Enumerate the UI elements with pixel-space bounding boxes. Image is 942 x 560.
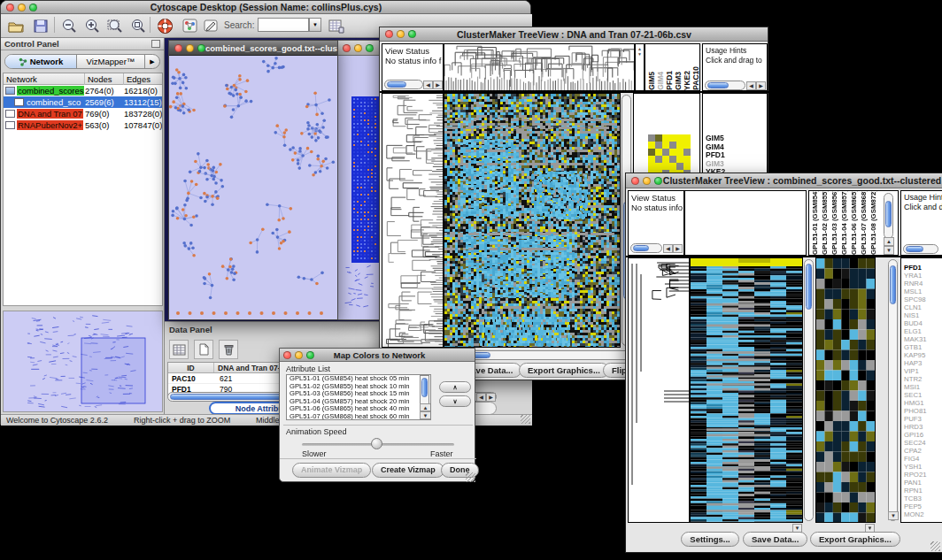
- gene-label[interactable]: GTB1: [904, 343, 942, 351]
- network-row[interactable]: RNAPuberNov2+563(0)107847(0): [4, 119, 162, 131]
- gene-label[interactable]: CLN1: [904, 303, 942, 311]
- zoom-window-icon[interactable]: [366, 44, 374, 52]
- zoom-fit-icon[interactable]: [128, 16, 148, 35]
- close-icon[interactable]: [6, 4, 14, 12]
- summary-cell[interactable]: [669, 142, 676, 149]
- treeview-button[interactable]: Export Graphics...: [519, 363, 609, 378]
- gene-label[interactable]: GPI16: [904, 431, 942, 439]
- network-row-name-cell[interactable]: RNAPuberNov2+: [4, 119, 85, 131]
- heatmap-column-label[interactable]: GPL51-03 (GSM856): [830, 191, 840, 255]
- treeview-dna-titlebar[interactable]: ClusterMaker TreeView : DNA and Tran 07-…: [380, 27, 768, 42]
- minimize-icon[interactable]: [397, 30, 405, 38]
- heatmap-column-label[interactable]: PAC10: [691, 44, 700, 90]
- zoom-selected-icon[interactable]: [105, 16, 125, 35]
- zoom-out-icon[interactable]: [59, 16, 79, 35]
- gene-label[interactable]: RPN1: [904, 487, 942, 495]
- scroll-right-icon[interactable]: ▶: [673, 244, 683, 253]
- summary-cell[interactable]: [648, 142, 655, 149]
- combined-summary-heatmap[interactable]: [815, 257, 876, 523]
- gene-label[interactable]: BUD4: [904, 319, 942, 327]
- gene-label[interactable]: NTR2: [904, 375, 942, 383]
- network-view-canvas-1[interactable]: [169, 56, 337, 319]
- gene-label[interactable]: PFD1: [904, 264, 942, 272]
- summary-cell[interactable]: [655, 156, 662, 163]
- gene-label[interactable]: TCB3: [904, 495, 942, 502]
- scroll-down-icon[interactable]: ▼: [884, 246, 894, 255]
- gene-label[interactable]: PEP5: [904, 502, 942, 510]
- scroll-left-icon[interactable]: ◀: [423, 81, 433, 89]
- heatmap-column-label[interactable]: GIM3: [674, 44, 683, 90]
- dna-heatmap[interactable]: [444, 93, 621, 348]
- scroll-up-icon[interactable]: ▲: [884, 237, 894, 246]
- header-nodes[interactable]: Nodes: [85, 73, 124, 85]
- tab-network[interactable]: Network: [5, 55, 77, 68]
- scroll-down-icon[interactable]: ▼: [420, 411, 431, 419]
- gene-label[interactable]: VIP1: [904, 367, 942, 375]
- minimize-icon[interactable]: [643, 177, 651, 185]
- gene-label[interactable]: PHO81: [904, 407, 942, 415]
- network-row[interactable]: combined_scores2764(0)16218(0): [4, 85, 162, 96]
- summary-cell[interactable]: [648, 134, 655, 142]
- summary-cell[interactable]: [655, 134, 662, 142]
- gene-label[interactable]: PUF3: [904, 415, 942, 423]
- scroll-left-icon[interactable]: ◀: [663, 244, 673, 253]
- animate-vizmap-button[interactable]: Animate Vizmap: [292, 463, 371, 478]
- summary-cell[interactable]: [676, 142, 683, 149]
- gene-label[interactable]: SEC1: [904, 391, 942, 399]
- gene-label[interactable]: RNR4: [904, 280, 942, 288]
- summary-cell[interactable]: [648, 156, 655, 163]
- summary-cell[interactable]: [676, 134, 683, 142]
- heatmap-column-label[interactable]: PFD1: [665, 44, 674, 90]
- gene-label[interactable]: PAN1: [904, 479, 942, 487]
- scroll-left-icon[interactable]: ◀: [746, 81, 756, 90]
- gene-label[interactable]: HAP3: [904, 359, 942, 367]
- network-row-name-cell[interactable]: combined_sco: [4, 96, 85, 108]
- network-overview[interactable]: [3, 311, 163, 412]
- gene-label[interactable]: YSH1: [904, 463, 942, 471]
- dna-scroll-strip[interactable]: ▲▼: [635, 43, 645, 91]
- header-edges[interactable]: Edges: [124, 73, 162, 85]
- gene-label[interactable]: MSL1: [904, 288, 942, 295]
- summary-cell[interactable]: [655, 149, 662, 156]
- network-row[interactable]: DNA and Tran 07769(0)183728(0): [4, 108, 162, 119]
- vizmapper-icon[interactable]: [180, 16, 199, 35]
- map-dialog-titlebar[interactable]: Map Colors to Network: [280, 349, 475, 362]
- summary-cell[interactable]: [648, 149, 655, 156]
- heatmap-column-label[interactable]: YKE2: [683, 44, 691, 90]
- combined-row-dendrogram[interactable]: [628, 257, 690, 523]
- save-icon[interactable]: [31, 16, 50, 35]
- minimize-icon[interactable]: [18, 4, 26, 12]
- network-row[interactable]: combined_sco2569(6)13112(15): [4, 96, 162, 108]
- close-icon[interactable]: [174, 44, 182, 52]
- treeview-combined-titlebar[interactable]: ClusterMaker TreeView : combined_scores_…: [626, 173, 942, 188]
- import-table-icon[interactable]: [327, 16, 346, 35]
- gene-label[interactable]: HMG1: [904, 399, 942, 407]
- gene-label[interactable]: HRD3: [904, 423, 942, 431]
- scroll-right-icon[interactable]: ▶: [433, 81, 443, 89]
- network-overview-canvas[interactable]: [4, 311, 162, 411]
- zoom-window-icon[interactable]: [197, 44, 205, 52]
- usage-hints-hscroll[interactable]: [903, 244, 938, 254]
- close-icon[interactable]: [283, 351, 291, 359]
- speed-slider-thumb[interactable]: [371, 438, 382, 449]
- summary-cell[interactable]: [662, 163, 669, 170]
- minimize-icon[interactable]: [186, 44, 194, 52]
- summary-cell[interactable]: [683, 134, 691, 142]
- summary-cell[interactable]: [662, 156, 669, 163]
- tab-overflow-arrow[interactable]: ▶: [145, 58, 159, 65]
- move-up-button[interactable]: ∧: [439, 381, 471, 393]
- select-attributes-icon[interactable]: [169, 340, 189, 359]
- heatmap-column-label[interactable]: GPL51-08 (GSM872): [869, 191, 879, 255]
- summary-cell[interactable]: [662, 142, 669, 149]
- heatmap-column-label[interactable]: GPL51-02 (GSM855): [821, 191, 830, 255]
- move-down-button[interactable]: ∨: [439, 395, 471, 407]
- dna-row-dendrogram[interactable]: [382, 93, 444, 348]
- scroll-right-icon[interactable]: ▶: [756, 81, 766, 90]
- zoom-window-icon[interactable]: [306, 351, 314, 359]
- dna-summary-heatmap[interactable]: [648, 134, 691, 177]
- minimize-icon[interactable]: [295, 351, 303, 359]
- dialog-resize-grip[interactable]: [466, 472, 475, 482]
- heatmap-column-label[interactable]: GPL51-06 (GSM865): [850, 191, 860, 255]
- summary-cell[interactable]: [683, 163, 691, 170]
- close-icon[interactable]: [631, 177, 639, 185]
